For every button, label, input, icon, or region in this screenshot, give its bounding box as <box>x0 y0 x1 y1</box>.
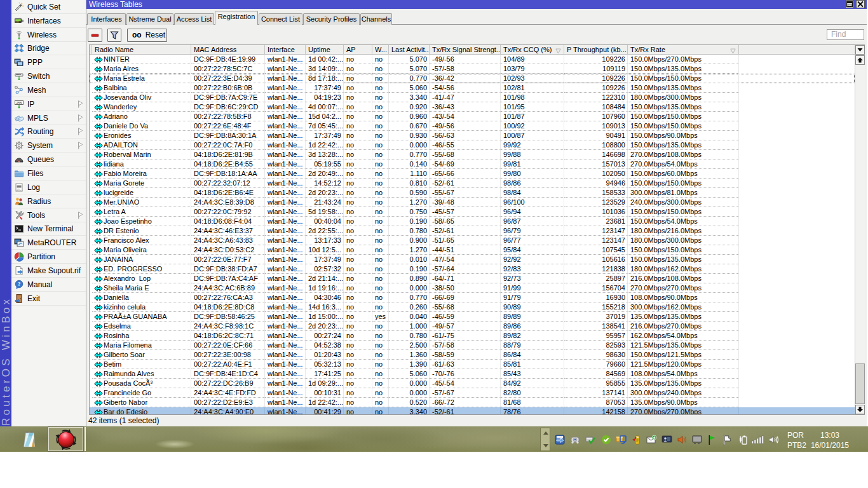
svg-text:255: 255 <box>17 100 22 104</box>
svg-text:?: ? <box>18 280 20 287</box>
